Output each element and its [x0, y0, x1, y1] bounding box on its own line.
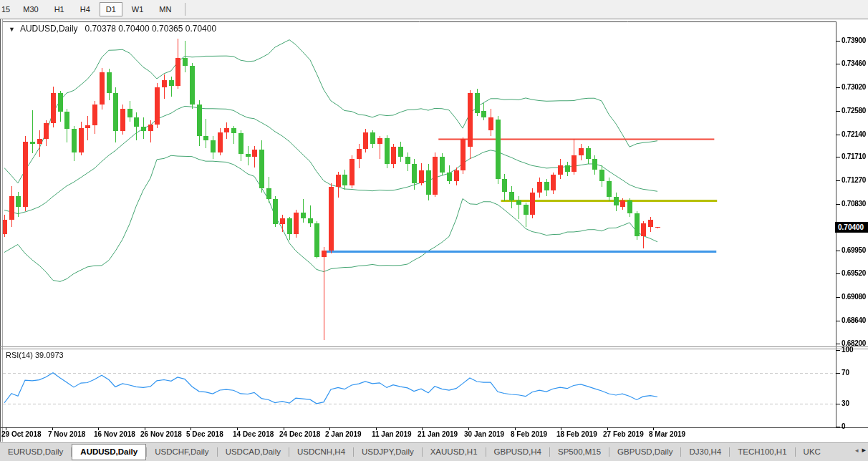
timeframe-button-15[interactable]: 15	[0, 2, 14, 16]
chart-title: ▼AUDUSD,Daily0.70378 0.70400 0.70365 0.7…	[9, 24, 216, 34]
price-axis-label: 0.72140	[842, 130, 866, 138]
timeframe-toolbar: 15M30H1H4D1W1MN	[0, 0, 868, 19]
mt4-window: 15M30H1H4D1W1MN ▼AUDUSD,Daily0.70378 0.7…	[0, 0, 868, 461]
price-axis-label: 0.69080	[842, 293, 866, 301]
date-axis-label: 11 Jan 2019	[372, 430, 412, 438]
date-axis-label: 5 Dec 2018	[186, 430, 223, 438]
price-axis-label: 0.68640	[842, 316, 866, 324]
price-axis-label: 0.70830	[842, 200, 866, 208]
price-axis-label: 0.71710	[842, 152, 866, 160]
tab-scroll-arrows: ◂ ▸	[855, 445, 866, 455]
tab-tech100-h1[interactable]: TECH100,H1	[730, 443, 794, 461]
rsi-axis-label: 100	[842, 346, 854, 354]
chart-dropdown-icon[interactable]: ▼	[9, 26, 15, 33]
rsi-axis-label: 0	[842, 422, 846, 430]
price-axis-label: 0.69520	[842, 269, 866, 277]
tab-scroll-right-icon[interactable]: ▸	[862, 445, 866, 455]
tab-usdcnh-h4[interactable]: USDCNH,H4	[289, 443, 353, 461]
current-price-badge: 0.70400	[835, 222, 868, 233]
price-axis-label: 0.73900	[842, 37, 866, 44]
price-axis-label: 0.73020	[842, 83, 866, 91]
chart-tab-bar: EURUSD,DailyAUDUSD,DailyUSDCHF,DailyUSDC…	[0, 442, 868, 461]
date-axis-label: 18 Feb 2019	[556, 430, 597, 438]
date-axis-label: 8 Mar 2019	[649, 430, 685, 438]
rsi-axis-label: 70	[842, 369, 849, 377]
timeframe-button-h4[interactable]: H4	[74, 2, 97, 16]
tab-usdchf-daily[interactable]: USDCHF,Daily	[147, 443, 216, 461]
timeframe-button-d1[interactable]: D1	[100, 2, 122, 16]
timeframe-button-mn[interactable]: MN	[153, 2, 178, 16]
chart-ohlc-values: 0.70378 0.70400 0.70365 0.70400	[85, 24, 217, 34]
timeframe-button-h1[interactable]: H1	[48, 2, 71, 16]
date-axis-label: 26 Nov 2018	[140, 430, 182, 438]
timeframe-button-w1[interactable]: W1	[125, 2, 150, 16]
tab-ukc[interactable]: UKC	[796, 443, 829, 461]
tab-usdjpy-daily[interactable]: USDJPY,Daily	[354, 443, 422, 461]
date-axis-label: 29 Oct 2018	[1, 430, 42, 438]
price-axis-label: 0.69950	[842, 246, 866, 254]
tab-xauusd-h1[interactable]: XAUUSD,H1	[423, 443, 486, 461]
date-axis-label: 14 Dec 2018	[233, 430, 274, 438]
price-axis-label: 0.73460	[842, 59, 866, 67]
tab-usdcad-daily[interactable]: USDCAD,Daily	[218, 443, 289, 461]
date-axis-label: 2 Jan 2019	[325, 430, 362, 438]
date-axis-label: 24 Dec 2018	[279, 430, 320, 438]
rsi-axis-label: 30	[842, 399, 849, 407]
date-axis-label: 27 Feb 2019	[603, 430, 644, 438]
price-chart-canvas[interactable]	[0, 0, 868, 461]
date-axis-label: 8 Feb 2019	[511, 430, 547, 438]
price-axis-label: 0.71270	[842, 176, 866, 184]
date-axis-label: 7 Nov 2018	[48, 430, 85, 438]
tab-sp500-m15[interactable]: SP500,M15	[550, 443, 609, 461]
tab-audusd-daily[interactable]: AUDUSD,Daily	[72, 444, 146, 460]
price-axis-label: 0.72580	[842, 107, 866, 115]
date-axis-label: 30 Jan 2019	[464, 430, 504, 438]
rsi-indicator-label: RSI(14) 39.0973	[6, 351, 64, 359]
tab-dj30-h4[interactable]: DJ30,H4	[681, 443, 729, 461]
tab-eurusd-daily[interactable]: EURUSD,Daily	[0, 443, 71, 461]
date-axis-label: 21 Jan 2019	[418, 430, 458, 438]
tab-gbpusd-h4[interactable]: GBPUSD,H4	[486, 443, 549, 461]
tab-scroll-left-icon[interactable]: ◂	[855, 447, 859, 454]
chart-symbol-label: AUDUSD,Daily	[20, 24, 78, 34]
date-axis-label: 16 Nov 2018	[94, 430, 135, 438]
tab-gbpusd-daily[interactable]: GBPUSD,Daily	[609, 443, 680, 461]
toolbar-separator	[185, 3, 185, 16]
timeframe-button-m30[interactable]: M30	[16, 2, 44, 16]
